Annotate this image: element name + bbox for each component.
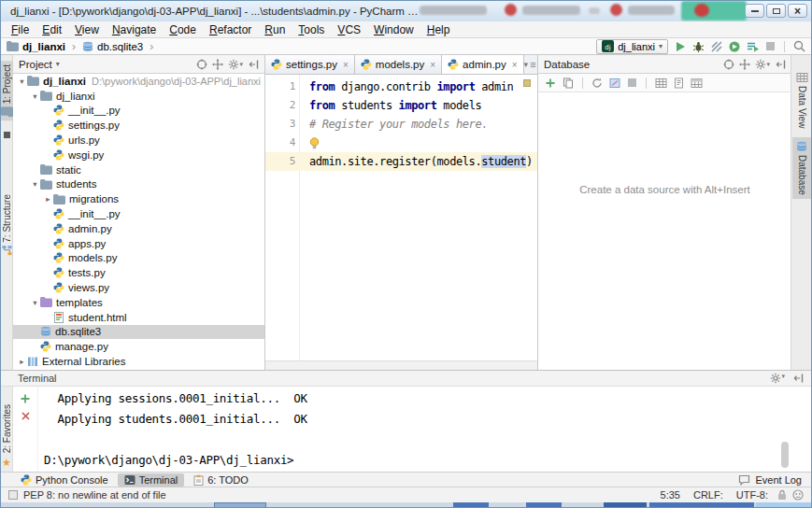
chevron-down-icon[interactable]: ▾ [30,92,40,101]
terminal-scrollbar[interactable] [781,442,789,468]
tree-item-apps-py[interactable]: apps.py [13,236,264,251]
tree-item-init-py[interactable]: __init__.py [13,104,264,119]
stop-button[interactable] [765,41,776,51]
menu-help[interactable]: Help [420,23,457,36]
stop-button[interactable] [627,78,637,88]
menu-edit[interactable]: Edit [36,23,68,36]
tree-item-dj-lianxi[interactable]: ▾dj_lianxiD:\pywork\django\dj-03-APP\dj_… [13,74,264,89]
chevron-down-icon[interactable]: ▾ [17,77,27,86]
tree-item-static[interactable]: static [13,162,264,177]
chevron-down-icon[interactable]: ▾ [30,298,40,307]
maximize-button[interactable] [766,4,786,18]
tool-window-tab-1-project[interactable]: 1: Project [1,61,13,120]
coverage-button[interactable] [711,41,722,52]
tree-item-views-py[interactable]: views.py [13,280,264,295]
sync-button[interactable] [591,78,603,89]
code-line-1[interactable]: 1from django.contrib import admin [265,78,537,96]
tool-window-button-terminal[interactable]: Terminal [118,473,185,487]
chevron-down-icon[interactable]: ▾ [56,60,60,68]
locate-button[interactable] [212,59,223,70]
copy-button[interactable] [563,78,574,89]
menu-run[interactable]: Run [258,23,292,36]
dump-button[interactable] [691,78,703,89]
code-line-2[interactable]: 2from students import models [265,96,537,115]
close-session-button[interactable] [21,411,31,421]
breadcrumb-item-db-sqlite3[interactable]: db.sqlite3 [97,41,143,52]
tree-item-external-libraries[interactable]: ▸External Libraries [13,354,264,369]
tree-item-db-sqlite3[interactable]: db.sqlite3 [13,325,264,340]
gear-button[interactable]: ▾ [228,59,243,70]
tree-item-models-py[interactable]: models.py [13,251,264,266]
tree-item-settings-py[interactable]: settings.py [13,118,264,133]
code-editor[interactable]: 1from django.contrib import admin2from s… [265,75,537,360]
locate-button[interactable] [739,59,750,70]
run-configuration-select[interactable]: dj dj_lianxi ▾ [596,39,668,54]
chevron-right-icon[interactable]: ▸ [17,357,27,366]
ddl-button[interactable] [674,78,684,89]
add-button[interactable] [545,78,556,89]
breadcrumb-item-dj-lianxi[interactable]: dj_lianxi [22,41,65,52]
menu-window[interactable]: Window [367,23,420,36]
tool-window-tab-database[interactable]: Database [792,137,811,199]
code-line-5[interactable]: 5admin.site.register(models.student) [265,152,537,171]
code-line-3[interactable]: 3# Register your models here. [265,115,537,134]
caret-position-widget[interactable]: 5:35 [657,489,684,501]
terminal-output[interactable]: Applying sessions.0001_initial... OK App… [44,388,307,471]
tree-item-manage-py[interactable]: manage.py [13,339,264,354]
tree-item-wsgi-py[interactable]: wsgi.py [13,148,264,162]
hector-inspections-icon[interactable] [792,489,804,501]
hide-button[interactable] [248,59,259,70]
tree-item-templates[interactable]: ▾templates [13,295,264,310]
run-configs-button[interactable] [747,41,759,52]
tool-window-button-6-todo[interactable]: 6: TODO [187,473,255,487]
search-button[interactable] [793,40,805,52]
tree-item-student-html[interactable]: student.html [13,310,264,325]
tree-item-admin-py[interactable]: admin.py [13,221,264,236]
tool-window-tab-favorites[interactable]: 2: Favorites [2,404,12,453]
menu-tools[interactable]: Tools [292,23,331,36]
close-tab-icon[interactable]: × [512,60,518,70]
menu-code[interactable]: Code [163,23,203,36]
chevron-right-icon[interactable]: ▸ [43,194,53,204]
tree-item-students[interactable]: ▾students [13,177,264,192]
encoding-widget[interactable]: UTF-8: [733,489,772,501]
debug-button[interactable] [692,41,705,52]
gear-button[interactable]: ▾ [770,373,785,384]
line-separator-widget[interactable]: CRLF: [690,489,727,501]
tool-window-button-python-console[interactable]: Python Console [14,473,115,487]
tree-item-urls-py[interactable]: urls.py [13,133,264,148]
close-button[interactable]: × [788,4,807,18]
tree-item-migrations[interactable]: ▸migrations [13,191,264,206]
minimize-button[interactable] [745,4,764,18]
editor-tab-models-py[interactable]: models.py× [355,55,442,74]
chevron-down-icon[interactable]: ▾ [30,179,40,189]
table-button[interactable] [655,78,667,89]
editor-tab-settings-py[interactable]: settings.py× [265,55,355,74]
editor-tab-admin-py[interactable]: admin.py× [442,55,524,74]
menu-view[interactable]: View [68,23,106,36]
tree-item-tests-py[interactable]: tests.py [13,265,264,280]
scroll-from-source-button[interactable] [723,59,734,70]
menu-file[interactable]: File [5,23,36,36]
tree-item-dj-lianxi[interactable]: ▾dj_lianxi [13,89,264,104]
run-button[interactable] [675,41,686,52]
editor-horizontal-scrollbar[interactable] [265,360,537,370]
hide-button[interactable] [792,373,804,384]
scroll-from-source-button[interactable] [196,59,207,70]
menu-refactor[interactable]: Refactor [203,23,258,36]
tree-item-init-py[interactable]: __init__.py [13,206,264,221]
tool-window-tab-data-view[interactable]: Data View [792,68,811,132]
inspection-status-icon[interactable] [523,79,531,87]
console-button[interactable] [609,78,620,89]
close-tab-icon[interactable]: × [430,60,435,70]
code-line-4[interactable]: 4 [265,134,537,152]
lock-icon[interactable] [777,489,787,501]
gear-button[interactable]: ▾ [755,59,770,70]
add-session-button[interactable] [20,393,31,404]
profile-button[interactable] [729,41,740,52]
hide-button[interactable] [775,59,786,70]
menu-vcs[interactable]: VCS [331,23,367,36]
intention-bulb-icon[interactable] [309,137,320,150]
close-tab-icon[interactable]: × [343,60,349,70]
tool-window-tab-7-structure[interactable]: 7: Structure [1,190,13,260]
